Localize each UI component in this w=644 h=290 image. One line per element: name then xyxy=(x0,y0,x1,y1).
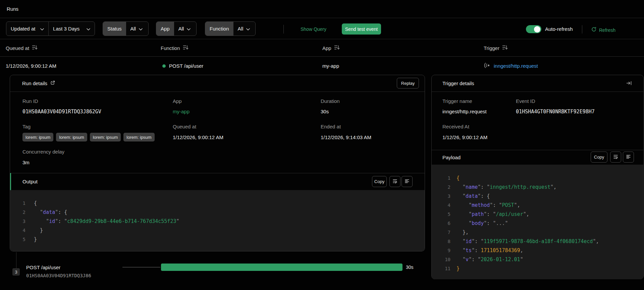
output-title: Output xyxy=(22,179,38,184)
divider xyxy=(0,39,644,39)
status-filter-group: Status All xyxy=(103,21,149,36)
output-align-left-button[interactable] xyxy=(401,176,413,187)
app-filter-label: App xyxy=(156,22,174,36)
column-label: App xyxy=(322,45,331,51)
trigger-name: inngest/http.request xyxy=(494,63,538,69)
external-link-icon[interactable] xyxy=(50,80,55,86)
replay-button[interactable]: Replay xyxy=(397,78,419,89)
output-accent-bar xyxy=(10,173,11,190)
tag-label: Tag xyxy=(22,124,31,129)
received-at-value: 1/12/26, 9:00:12 AM xyxy=(442,134,487,140)
function-filter-group: Function All xyxy=(205,21,256,36)
column-header-trigger[interactable]: Trigger xyxy=(484,45,508,51)
payload-code-block: 1{2 "name": "inngest/http.request",3 "da… xyxy=(432,165,643,279)
run-row-app-link[interactable]: my-app xyxy=(322,63,339,69)
duration-label: Duration xyxy=(321,98,340,104)
runs-page: Runs Updated at Last 3 Days Status All A… xyxy=(0,0,644,290)
status-filter-value: All xyxy=(130,26,136,32)
tag-badge: lorem: ipsum xyxy=(56,133,87,141)
queued-at-label: Queued at xyxy=(173,124,196,129)
sort-desc-icon xyxy=(32,45,38,51)
run-row-queued-at[interactable]: 1/12/2026, 9:00:12 AM xyxy=(6,63,56,69)
output-copy-button[interactable]: Copy xyxy=(372,176,387,187)
sort-desc-icon xyxy=(334,45,340,51)
trace-connector-line xyxy=(16,252,16,268)
toggle-knob xyxy=(534,26,540,33)
function-name: POST /api/user xyxy=(169,63,203,69)
payload-align-left-button[interactable] xyxy=(623,152,634,163)
tag-list: lorem: ipsumlorem: ipsumlorem: ipsumlore… xyxy=(22,133,157,141)
trigger-details-title: Trigger details xyxy=(442,80,474,86)
page-title: Runs xyxy=(7,6,18,12)
function-filter-dropdown[interactable]: All xyxy=(233,22,255,36)
app-name: my-app xyxy=(322,63,339,69)
queued-at-value: 1/12/2026, 9:00:12 AM xyxy=(173,134,223,140)
column-header-app[interactable]: App xyxy=(322,45,340,51)
timeline-connector xyxy=(122,267,160,268)
divider xyxy=(283,25,284,34)
step-count-badge[interactable]: 3 xyxy=(12,268,20,276)
refresh-button[interactable]: Refresh xyxy=(591,27,615,33)
divider xyxy=(10,92,425,92)
timeline-step-id: 01HS0AA03V04D91RTDQ3J86 xyxy=(26,273,91,278)
auto-refresh-toggle[interactable] xyxy=(526,25,541,33)
chevron-down-icon xyxy=(139,26,143,32)
run-row-trigger-link[interactable]: inngest/http.request xyxy=(484,63,538,69)
event-id-value: 01HSHA4GT0FN0NRBKTF92E98H7 xyxy=(516,109,595,115)
run-id-value: 01HS0AA03V04D91RTDQ3J862GV xyxy=(22,109,101,115)
run-details-title-text: Run details xyxy=(22,80,47,86)
payload-wrap-text-button[interactable] xyxy=(610,152,621,163)
refresh-icon xyxy=(591,27,596,33)
output-code-block: 1{2 "data": {3 "id": "c8429dd9-29b8-44e6… xyxy=(10,190,425,251)
ended-at-value: 1/12/2026, 9:14:03 AM xyxy=(321,134,371,140)
received-at-label: Received At xyxy=(442,124,469,129)
trigger-name-value: inngest/http.request xyxy=(442,109,487,114)
time-range-dropdown[interactable]: Last 3 Days xyxy=(49,22,95,36)
run-details-title: Run details xyxy=(22,80,55,86)
divider xyxy=(432,92,643,92)
sort-desc-icon xyxy=(502,45,508,51)
app-value-link[interactable]: my-app xyxy=(173,109,190,114)
sort-field-dropdown[interactable]: Updated at xyxy=(6,22,48,36)
column-label: Function xyxy=(161,45,180,51)
tag-badge: lorem: ipsum xyxy=(90,133,121,141)
payload-title: Payload xyxy=(442,155,461,160)
timeline-duration: 30s xyxy=(406,265,414,270)
status-filter-dropdown[interactable]: All xyxy=(126,22,148,36)
chevron-down-icon xyxy=(87,26,90,32)
column-label: Trigger xyxy=(484,45,499,51)
tag-badge: lorem: ipsum xyxy=(123,133,154,141)
run-id-label: Run ID xyxy=(22,98,38,104)
app-label: App xyxy=(173,98,182,104)
chevron-down-icon xyxy=(187,26,191,32)
output-wrap-text-button[interactable] xyxy=(389,176,400,187)
collapse-panel-button[interactable] xyxy=(626,81,632,87)
app-filter-dropdown[interactable]: All xyxy=(174,22,196,36)
auto-refresh-label: Auto-refresh xyxy=(545,26,573,32)
divider xyxy=(10,173,425,173)
timeline-progress-bar[interactable] xyxy=(161,264,402,271)
show-query-link[interactable]: Show Query xyxy=(301,26,326,32)
concurrency-delay-label: Concurrency delay xyxy=(22,149,64,155)
divider xyxy=(582,25,582,34)
duration-value: 30s xyxy=(321,109,329,114)
divider xyxy=(432,150,643,150)
run-row-function[interactable]: POST /api/user xyxy=(162,63,203,69)
tag-badge: lorem: ipsum xyxy=(22,133,53,141)
trigger-details-panel: Trigger details Trigger name inngest/htt… xyxy=(431,75,644,279)
payload-copy-button[interactable]: Copy xyxy=(591,152,607,163)
sort-field-value: Updated at xyxy=(11,26,35,32)
timeline-step-name[interactable]: POST /api/user xyxy=(26,265,60,270)
ended-at-label: Ended at xyxy=(321,124,341,129)
run-details-panel: Run details Replay Run ID 01HS0AA03V04D9… xyxy=(10,75,425,251)
status-filter-label: Status xyxy=(103,22,126,36)
send-test-event-button[interactable]: Send test event xyxy=(342,23,381,35)
trigger-details-title-text: Trigger details xyxy=(442,80,474,86)
refresh-label: Refresh xyxy=(599,27,615,33)
time-range-value: Last 3 Days xyxy=(53,26,79,32)
column-header-queued-at[interactable]: Queued at xyxy=(6,45,38,51)
trigger-name-label: Trigger name xyxy=(442,98,472,104)
column-header-function[interactable]: Function xyxy=(161,45,189,51)
status-dot xyxy=(162,64,166,68)
function-filter-value: All xyxy=(238,26,244,32)
